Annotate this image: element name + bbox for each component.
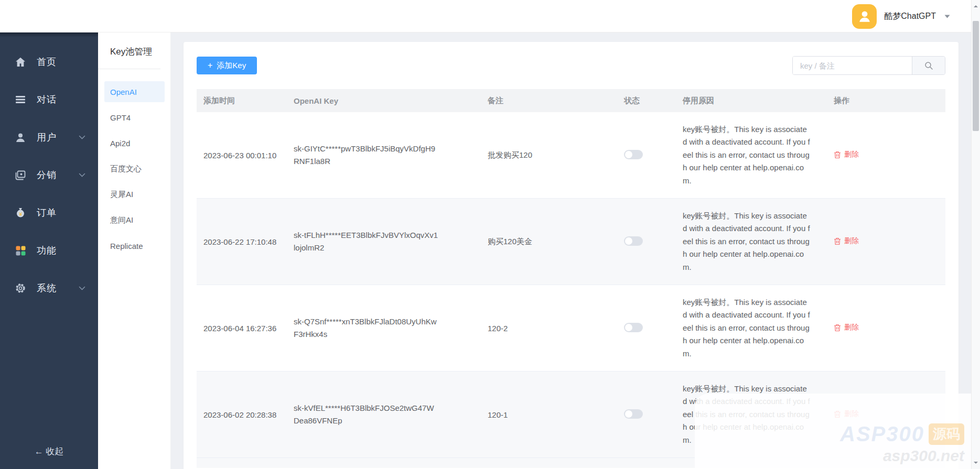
submenu-item-api2d[interactable]: Api2d <box>104 133 165 154</box>
watermark-domain: asp300.net <box>840 447 964 465</box>
sidebar-item-users[interactable]: 用户 <box>0 118 98 156</box>
cell-reason: key账号被封。This key is associated with a de… <box>676 296 828 361</box>
cell-key: sk-Q7Snf*****xnT3BlbkFJlaDt08UyUhKwF3rHk… <box>286 315 480 341</box>
cell-reason: key账号被封。This key is associated with a de… <box>676 123 828 188</box>
cell-note: 120-1 <box>480 410 616 419</box>
cell-status <box>616 236 676 247</box>
avatar[interactable] <box>852 4 877 29</box>
money-bag-icon <box>15 208 26 218</box>
cell-note: 购买120美金 <box>480 237 616 247</box>
col-header-status: 状态 <box>616 96 676 106</box>
cell-note: 批发购买120 <box>480 150 616 160</box>
cell-key: sk-GIYtC*****pwT3BlbkFJ5iBqyVkDfgH9RNF1l… <box>286 143 480 168</box>
list-icon <box>15 95 26 104</box>
plus-icon: + <box>208 61 212 70</box>
cell-status <box>616 323 676 334</box>
scroll-down-icon[interactable] <box>973 460 978 465</box>
sidebar-item-label: 首页 <box>37 56 87 68</box>
cell-action: 删除 <box>828 323 945 333</box>
status-toggle[interactable] <box>624 323 643 332</box>
sidebar-item-orders[interactable]: 订单 <box>0 194 98 232</box>
col-header-key: OpenAI Key <box>286 96 480 105</box>
topbar: 酷梦ChatGPT <box>0 0 980 32</box>
cards-icon <box>15 170 26 180</box>
col-header-note: 备注 <box>480 96 616 106</box>
sidebar-item-label: 对话 <box>37 93 87 106</box>
table-row: 2023-06-04 16:27:36 sk-Q7Snf*****xnT3Blb… <box>197 285 945 372</box>
page: 酷梦ChatGPT 首页 <box>0 0 980 469</box>
gear-icon <box>15 283 26 293</box>
sidebar: 首页 对话 用户 <box>0 32 98 469</box>
status-toggle[interactable] <box>624 409 643 419</box>
watermark-brand: ASP300 <box>840 422 924 446</box>
status-toggle[interactable] <box>624 150 643 159</box>
person-icon <box>857 8 873 24</box>
left-arrow-icon: ← <box>35 446 44 456</box>
user-icon <box>15 133 26 143</box>
submenu-title: Key池管理 <box>98 32 160 69</box>
sidebar-item-label: 功能 <box>37 244 87 257</box>
sidebar-item-label: 用户 <box>37 131 79 144</box>
trash-icon <box>834 151 841 159</box>
cell-status <box>616 150 676 161</box>
add-key-label: 添加Key <box>217 61 246 71</box>
sidebar-item-label: 系统 <box>37 282 79 295</box>
table-header: 添加时间 OpenAI Key 备注 状态 停用原因 操作 <box>197 89 945 112</box>
cell-reason: key账号被封。This key is associated with a de… <box>676 210 828 274</box>
collapse-label: 收起 <box>46 446 63 456</box>
submenu-panel: Key池管理 OpenAI GPT4 Api2d 百度文心 灵犀AI 意间AI … <box>98 32 171 469</box>
sidebar-item-system[interactable]: 系统 <box>0 269 98 307</box>
chevron-down-icon <box>79 133 85 142</box>
submenu-item-openai[interactable]: OpenAI <box>104 81 165 102</box>
col-header-reason: 停用原因 <box>676 96 828 106</box>
delete-button[interactable]: 删除 <box>834 236 859 246</box>
sidebar-item-chat[interactable]: 对话 <box>0 81 98 118</box>
cell-status <box>616 409 676 420</box>
sidebar-item-distribution[interactable]: 分销 <box>0 156 98 194</box>
sidebar-item-features[interactable]: 功能 <box>0 232 98 269</box>
chevron-down-icon <box>79 283 85 293</box>
collapse-sidebar-button[interactable]: ← 收起 <box>0 445 98 457</box>
col-header-action: 操作 <box>828 96 945 106</box>
watermark-overlay: ASP300 源码 asp300.net <box>695 394 980 469</box>
search-icon <box>924 61 933 70</box>
apps-grid-icon <box>15 246 26 256</box>
watermark-badge: 源码 <box>929 423 964 445</box>
cell-action: 删除 <box>828 236 945 247</box>
chevron-down-icon <box>944 15 950 18</box>
submenu-item-yijian[interactable]: 意间AI <box>104 210 165 231</box>
table-row: 2023-06-22 17:10:48 sk-tFLhH*****EET3Blb… <box>197 199 945 285</box>
delete-button[interactable]: 删除 <box>834 323 859 332</box>
trash-icon <box>834 237 841 245</box>
trash-icon <box>834 324 841 332</box>
username: 酷梦ChatGPT <box>884 11 936 22</box>
delete-label: 删除 <box>844 236 859 246</box>
search-input[interactable] <box>793 57 912 74</box>
cell-key: sk-kVfEL*****H6T3BlbkFJOSe2twG47WDea86VF… <box>286 402 480 427</box>
submenu-item-gpt4[interactable]: GPT4 <box>104 107 165 128</box>
sidebar-item-label: 分销 <box>37 169 79 181</box>
cell-time: 2023-06-23 00:01:10 <box>197 151 286 160</box>
submenu-item-lingxi[interactable]: 灵犀AI <box>104 184 165 205</box>
search-button[interactable] <box>912 57 945 74</box>
submenu-item-replicate[interactable]: Replicate <box>104 235 165 256</box>
page-scrollbar[interactable] <box>971 0 980 469</box>
home-icon <box>15 57 26 67</box>
scroll-up-icon[interactable] <box>973 4 978 9</box>
cell-action: 删除 <box>828 150 945 160</box>
cell-time: 2023-06-02 20:28:38 <box>197 410 286 419</box>
table-row: 2023-06-23 00:01:10 sk-GIYtC*****pwT3Blb… <box>197 112 945 199</box>
watermark: ASP300 源码 asp300.net <box>840 422 964 465</box>
sidebar-item-home[interactable]: 首页 <box>0 43 98 81</box>
search-group <box>792 56 945 75</box>
cell-time: 2023-06-04 16:27:36 <box>197 324 286 333</box>
cell-note: 120-2 <box>480 324 616 333</box>
scrollbar-thumb[interactable] <box>973 21 979 131</box>
delete-label: 删除 <box>844 150 859 159</box>
cell-key: sk-tFLhH*****EET3BlbkFJvBVYlxOqvXv1lojol… <box>286 229 480 254</box>
add-key-button[interactable]: + 添加Key <box>197 57 257 74</box>
user-menu[interactable]: 酷梦ChatGPT <box>852 0 950 32</box>
delete-button[interactable]: 删除 <box>834 150 859 159</box>
status-toggle[interactable] <box>624 236 643 246</box>
submenu-item-baidu[interactable]: 百度文心 <box>104 158 165 179</box>
